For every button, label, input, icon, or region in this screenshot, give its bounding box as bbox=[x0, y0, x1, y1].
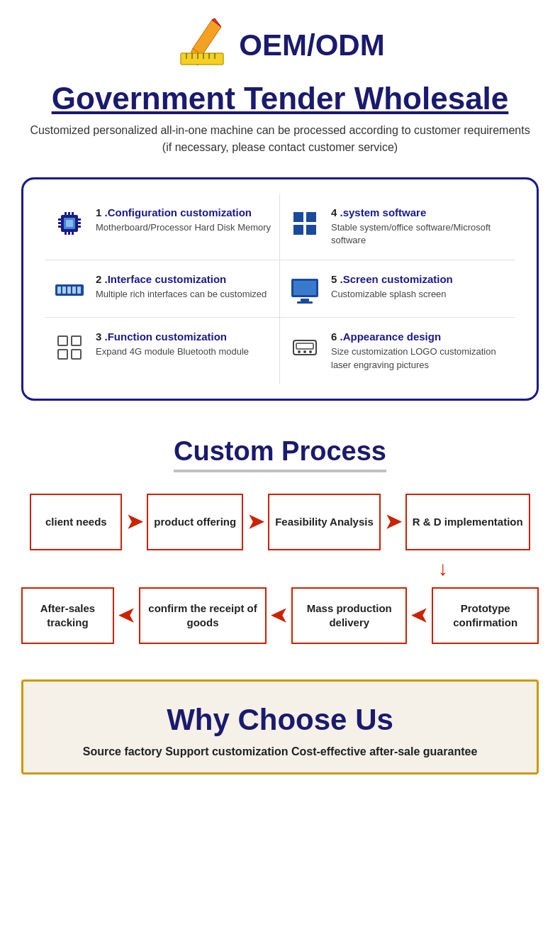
svg-rect-25 bbox=[72, 232, 74, 235]
feature-4-desc: Stable system/office software/Microsoft … bbox=[331, 221, 508, 247]
feature-3-title: 3 .Function customization bbox=[96, 331, 249, 343]
svg-rect-26 bbox=[293, 212, 303, 222]
svg-rect-20 bbox=[65, 212, 67, 215]
svg-rect-42 bbox=[58, 350, 67, 359]
windows-icon bbox=[287, 206, 323, 238]
process-row-1: client needs ➤ product offering ➤ Feasib… bbox=[21, 494, 539, 550]
process-box-client: client needs bbox=[30, 494, 122, 550]
svg-rect-33 bbox=[67, 287, 71, 294]
feature-5-desc: Customizable splash screen bbox=[331, 288, 453, 301]
header-top: OEM/ODM bbox=[28, 14, 532, 77]
svg-point-47 bbox=[303, 350, 306, 353]
why-section: Why Choose Us Source factory Support cus… bbox=[21, 679, 539, 775]
feature-4: 4 .system software Stable system/office … bbox=[280, 194, 515, 260]
feature-1-desc: Motherboard/Processor Hard Disk Memory bbox=[96, 221, 271, 234]
feature-3-desc: Expand 4G module Bluetooth module bbox=[96, 345, 249, 358]
svg-rect-15 bbox=[58, 222, 61, 224]
arrow-left-2: ➤ bbox=[271, 604, 287, 627]
process-row-2: After-sales tracking ➤ confirm the recei… bbox=[21, 587, 539, 644]
feature-1-text: 1 .Configuration customization Motherboa… bbox=[96, 206, 271, 234]
features-box: 1 .Configuration customization Motherboa… bbox=[21, 177, 539, 401]
feature-1: 1 .Configuration customization Motherboa… bbox=[45, 194, 280, 260]
why-subtitle: Source factory Support customization Cos… bbox=[38, 745, 522, 758]
svg-marker-0 bbox=[193, 20, 221, 55]
svg-rect-14 bbox=[58, 218, 61, 221]
process-title: Custom Process bbox=[174, 436, 386, 472]
chip-icon bbox=[52, 206, 87, 238]
svg-rect-37 bbox=[293, 281, 316, 295]
device-icon bbox=[287, 331, 323, 362]
monitor-icon bbox=[287, 273, 323, 304]
process-box-rd: R & D implementation bbox=[405, 494, 530, 550]
arrow-right-3: ➤ bbox=[385, 510, 401, 533]
svg-rect-21 bbox=[68, 212, 70, 215]
grid-icon bbox=[52, 331, 87, 362]
svg-rect-27 bbox=[306, 212, 316, 222]
features-grid: 1 .Configuration customization Motherboa… bbox=[45, 194, 515, 384]
svg-rect-29 bbox=[306, 225, 316, 235]
gov-title: Government Tender Wholesale bbox=[28, 81, 532, 116]
svg-rect-18 bbox=[78, 222, 81, 224]
svg-rect-43 bbox=[72, 350, 81, 359]
feature-3: 3 .Function customization Expand 4G modu… bbox=[45, 318, 280, 384]
header-section: OEM/ODM Government Tender Wholesale Cust… bbox=[0, 0, 560, 177]
process-box-aftersales: After-sales tracking bbox=[21, 587, 114, 644]
pencil-ruler-icon bbox=[175, 14, 232, 77]
svg-rect-23 bbox=[65, 232, 67, 235]
svg-rect-24 bbox=[68, 232, 70, 235]
svg-rect-34 bbox=[72, 287, 76, 294]
svg-rect-28 bbox=[293, 225, 303, 235]
process-box-mass: Mass production delivery bbox=[291, 587, 407, 644]
process-box-feasibility: Feasibility Analysis bbox=[268, 494, 381, 550]
svg-rect-39 bbox=[297, 301, 313, 304]
down-arrow-connector: ↓ bbox=[21, 553, 539, 584]
feature-5-text: 5 .Screen customization Customizable spl… bbox=[331, 273, 453, 301]
arrow-left-3: ➤ bbox=[411, 604, 427, 627]
process-flow: client needs ➤ product offering ➤ Feasib… bbox=[21, 494, 539, 644]
svg-point-46 bbox=[298, 350, 301, 353]
feature-2: 2 .Interface customization Multiple rich… bbox=[45, 260, 280, 318]
svg-rect-16 bbox=[58, 226, 61, 228]
feature-2-text: 2 .Interface customization Multiple rich… bbox=[96, 273, 267, 301]
svg-rect-13 bbox=[66, 220, 73, 227]
process-box-product: product offering bbox=[147, 494, 243, 550]
feature-1-title: 1 .Configuration customization bbox=[96, 206, 271, 218]
feature-6: 6 .Appearance design Size customization … bbox=[280, 318, 515, 384]
feature-4-text: 4 .system software Stable system/office … bbox=[331, 206, 508, 247]
process-box-confirm: confirm the receipt of goods bbox=[139, 587, 267, 644]
process-section: Custom Process client needs ➤ product of… bbox=[0, 422, 560, 665]
svg-rect-40 bbox=[58, 336, 67, 345]
feature-5-title: 5 .Screen customization bbox=[331, 273, 453, 285]
arrow-down-icon: ↓ bbox=[397, 553, 489, 584]
svg-rect-38 bbox=[301, 299, 309, 301]
svg-rect-19 bbox=[78, 226, 81, 228]
svg-rect-41 bbox=[72, 336, 81, 345]
feature-3-text: 3 .Function customization Expand 4G modu… bbox=[96, 331, 249, 358]
svg-point-48 bbox=[309, 350, 312, 353]
svg-rect-45 bbox=[296, 343, 313, 349]
interface-icon bbox=[52, 273, 87, 304]
subtitle: Customized personalized all-in-one machi… bbox=[28, 122, 532, 156]
svg-rect-32 bbox=[62, 287, 66, 294]
arrow-right-2: ➤ bbox=[247, 510, 264, 533]
feature-6-desc: Size customization LOGO customization la… bbox=[331, 345, 508, 371]
feature-4-title: 4 .system software bbox=[331, 206, 508, 218]
feature-6-title: 6 .Appearance design bbox=[331, 331, 508, 343]
svg-rect-22 bbox=[72, 212, 74, 215]
svg-rect-17 bbox=[78, 218, 81, 221]
svg-rect-31 bbox=[57, 287, 61, 294]
feature-6-text: 6 .Appearance design Size customization … bbox=[331, 331, 508, 371]
svg-rect-4 bbox=[181, 53, 223, 65]
arrow-left-1: ➤ bbox=[118, 604, 135, 627]
arrow-right-1: ➤ bbox=[126, 510, 142, 533]
feature-2-desc: Multiple rich interfaces can be customiz… bbox=[96, 288, 267, 301]
process-box-prototype: Prototype confirmation bbox=[432, 587, 539, 644]
why-title: Why Choose Us bbox=[38, 703, 522, 737]
feature-2-title: 2 .Interface customization bbox=[96, 273, 267, 285]
svg-rect-35 bbox=[77, 287, 81, 294]
oem-title: OEM/ODM bbox=[239, 28, 384, 62]
feature-5: 5 .Screen customization Customizable spl… bbox=[280, 260, 515, 318]
